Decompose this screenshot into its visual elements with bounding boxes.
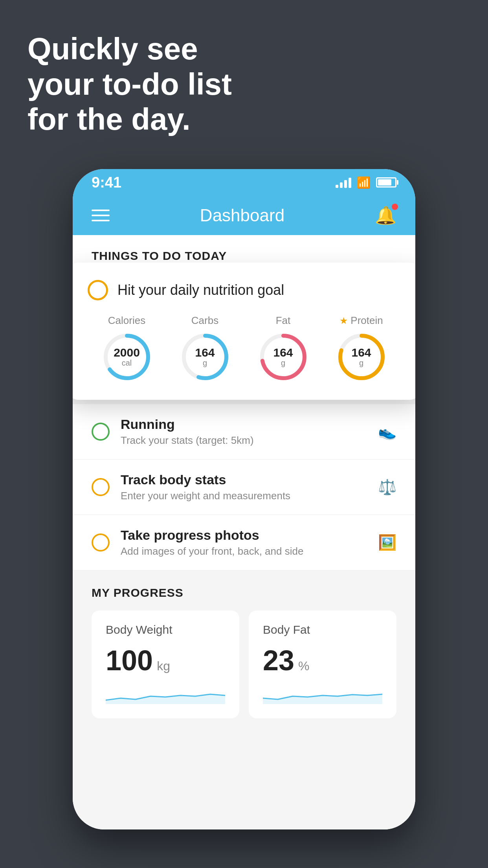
todo-circle (92, 423, 110, 441)
status-icons: 📶 (336, 176, 396, 189)
progress-unit: % (298, 659, 309, 673)
ring-protein: 164 g (336, 331, 387, 383)
stat-label-calories: Calories (108, 314, 145, 327)
progress-value: 23 % (263, 644, 382, 677)
content-area: THINGS TO DO TODAY Hit your daily nutrit… (73, 235, 415, 829)
progress-number: 23 (263, 644, 294, 677)
stat-calories: Calories 2000 cal (101, 314, 152, 383)
progress-card-title: Body Fat (263, 623, 382, 636)
stat-fat: Fat 164 g (258, 314, 309, 383)
stat-label-fat: Fat (276, 314, 291, 327)
ring-value: 2000 (114, 347, 140, 359)
headline: Quickly see your to-do list for the day. (28, 31, 232, 137)
progress-section-title: MY PROGRESS (92, 586, 396, 600)
stat-carbs: Carbs 164 g (180, 314, 231, 383)
ring-unit: g (351, 359, 371, 368)
notification-dot (392, 204, 398, 210)
phone-mockup: 9:41 📶 Dashboard 🔔 TH (73, 169, 415, 829)
ring-value: 164 (273, 347, 293, 359)
nutrition-card[interactable]: Hit your daily nutrition goal Calories 2… (73, 263, 415, 400)
signal-icon (336, 177, 351, 188)
headline-line1: Quickly see (28, 31, 232, 67)
wifi-icon: 📶 (357, 176, 371, 189)
progress-value: 100 kg (106, 644, 225, 677)
todo-title: Track body stats (121, 472, 367, 487)
nutrition-card-header: Hit your daily nutrition goal (88, 280, 400, 300)
nutrition-stats: Calories 2000 cal Carbs 164 g Fat (88, 314, 400, 383)
ring-unit: g (195, 359, 215, 368)
progress-section: MY PROGRESS Body Weight 100 kg Body Fat … (73, 586, 415, 718)
progress-card-body_fat[interactable]: Body Fat 23 % (249, 611, 396, 718)
progress-cards: Body Weight 100 kg Body Fat 23 % (92, 611, 396, 718)
headline-line2: your to-do list (28, 67, 232, 102)
app-header: Dashboard 🔔 (73, 196, 415, 235)
ring-value: 164 (351, 347, 371, 359)
nutrition-card-title: Hit your daily nutrition goal (117, 282, 284, 298)
todo-title: Take progress photos (121, 528, 367, 543)
status-time: 9:41 (92, 174, 121, 191)
todo-action-icon: ⚖️ (378, 478, 396, 496)
todo-circle (92, 478, 110, 496)
todo-subtitle: Enter your weight and measurements (121, 490, 367, 502)
headline-line3: for the day. (28, 102, 232, 137)
todo-text: Take progress photos Add images of your … (121, 528, 367, 557)
todo-list: Running Track your stats (target: 5km) 👟… (73, 404, 415, 570)
todo-item-running[interactable]: Running Track your stats (target: 5km) 👟 (73, 404, 415, 460)
todo-text: Running Track your stats (target: 5km) (121, 417, 367, 447)
battery-icon (376, 177, 396, 188)
progress-card-title: Body Weight (106, 623, 225, 636)
nutrition-check-circle (88, 280, 108, 300)
star-icon: ★ (339, 315, 348, 326)
ring-carbs: 164 g (180, 331, 231, 383)
ring-unit: g (273, 359, 293, 368)
hamburger-menu-button[interactable] (92, 210, 110, 221)
todo-item-progress_photo[interactable]: Take progress photos Add images of your … (73, 515, 415, 570)
stat-label-protein: ★Protein (339, 314, 383, 327)
ring-value: 164 (195, 347, 215, 359)
todo-subtitle: Add images of your front, back, and side (121, 545, 367, 557)
progress-unit: kg (157, 659, 170, 673)
todo-action-icon: 🖼️ (378, 534, 396, 551)
todo-subtitle: Track your stats (target: 5km) (121, 434, 367, 447)
header-title: Dashboard (200, 206, 284, 225)
status-bar: 9:41 📶 (73, 169, 415, 196)
ring-unit: cal (114, 359, 140, 368)
sparkline (106, 684, 225, 704)
todo-circle (92, 533, 110, 552)
ring-fat: 164 g (258, 331, 309, 383)
progress-number: 100 (106, 644, 153, 677)
stat-label-carbs: Carbs (191, 314, 218, 327)
todo-text: Track body stats Enter your weight and m… (121, 472, 367, 502)
todo-item-body_stats[interactable]: Track body stats Enter your weight and m… (73, 460, 415, 515)
sparkline (263, 684, 382, 704)
todo-title: Running (121, 417, 367, 432)
notification-bell-button[interactable]: 🔔 (375, 205, 396, 226)
todo-action-icon: 👟 (378, 423, 396, 440)
stat-protein: ★Protein 164 g (336, 314, 387, 383)
ring-calories: 2000 cal (101, 331, 152, 383)
progress-card-body_weight[interactable]: Body Weight 100 kg (92, 611, 239, 718)
